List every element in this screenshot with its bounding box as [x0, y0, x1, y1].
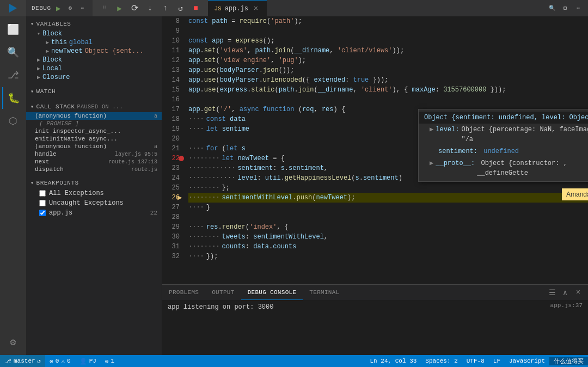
local-item[interactable]: ▶ Local: [26, 64, 162, 73]
editor-content[interactable]: 8 9 10 11 12 13 14 15 16 17 18 19 20 21 …: [162, 16, 588, 284]
warning-count: 0: [67, 358, 71, 364]
layout-icon[interactable]: ⊞: [561, 4, 569, 13]
tab-appjs[interactable]: JS app.js ×: [208, 0, 267, 16]
debug-settings-button[interactable]: ⚙: [66, 4, 75, 13]
watch-arrow: ▾: [30, 88, 34, 95]
status-user[interactable]: 👤 PJ: [75, 355, 101, 367]
debug-more-button[interactable]: ⋯: [78, 4, 87, 13]
stack-item-init[interactable]: init inspector_async_...: [26, 127, 162, 135]
restart-button[interactable]: ↺: [174, 2, 187, 15]
tab-terminal[interactable]: TERMINAL: [303, 285, 346, 300]
activity-debug[interactable]: 🐛: [2, 87, 24, 109]
activity-git[interactable]: ⎇: [2, 64, 24, 86]
breakpoints-header[interactable]: ▾ BREAKPOINTS: [26, 178, 162, 188]
step-into-button[interactable]: ↓: [144, 2, 157, 15]
debug-label: DEBUG: [32, 5, 51, 11]
ln-12: 12: [162, 56, 180, 65]
bp-appjs[interactable]: app.js 22: [26, 208, 162, 218]
newtweet-value: Object {sent...: [85, 47, 144, 55]
watch-label: WATCH: [36, 88, 56, 95]
status-language[interactable]: JavaScript: [505, 358, 549, 364]
block-item[interactable]: ▾ Block: [26, 29, 162, 38]
git-branch-icon: ⎇: [4, 358, 11, 365]
status-position[interactable]: Ln 24, Col 33: [366, 358, 421, 364]
stack-fn-init: init inspector_async_...: [35, 128, 121, 134]
git-sync-icon: ↺: [38, 358, 41, 365]
js-file-icon: JS: [215, 5, 222, 12]
status-line-ending[interactable]: LF: [489, 358, 505, 364]
git-branch-name: master: [14, 358, 35, 364]
bp-uncaught-checkbox[interactable]: [39, 200, 46, 206]
status-spaces[interactable]: Spaces: 2: [421, 358, 462, 364]
variables-section: ▾ VARIABLES ▾ Block ▶ this global ▶ newT…: [26, 16, 162, 84]
bp-uncaught[interactable]: Uncaught Exceptions: [26, 198, 162, 208]
activity-extensions[interactable]: ⬡: [2, 110, 24, 132]
status-git[interactable]: ⎇ master ↺: [0, 355, 45, 367]
code-line-27: ····}: [188, 203, 588, 212]
ln-16: 16: [162, 95, 180, 105]
newtweet-item[interactable]: ▶ newTweet Object {sent...: [26, 47, 162, 56]
this-key: this: [51, 39, 67, 46]
stack-item-emit[interactable]: emitInitNative async...: [26, 135, 162, 143]
ln-21: 21: [162, 144, 180, 154]
status-right: Ln 24, Col 33 Spaces: 2 UTF-8 LF JavaScr…: [366, 357, 588, 365]
panel-filter-icon[interactable]: ☰: [547, 287, 558, 298]
debug-play-button[interactable]: ▶: [54, 4, 63, 13]
continue-button[interactable]: ▶: [113, 2, 126, 15]
block2-arrow: ▶: [37, 57, 40, 63]
bp-all-exceptions[interactable]: All Exceptions: [26, 188, 162, 198]
error-icon: ⊗: [50, 358, 53, 365]
tooltip-val-3: Object {constructor: , __defineGette: [477, 158, 588, 178]
tab-close-button[interactable]: ×: [252, 4, 260, 13]
closure-item[interactable]: ▶ Closure: [26, 73, 162, 82]
callstack-arrow: ▾: [30, 103, 34, 110]
tab-output[interactable]: OUTPUT: [205, 285, 241, 300]
this-arrow: ▶: [46, 39, 49, 46]
tab-debug-console[interactable]: DEBUG CONSOLE: [241, 285, 303, 300]
stack-item-dispatch[interactable]: dispatch route.js: [26, 166, 162, 173]
amanda-tooltip: Amanda Silver: [562, 188, 588, 200]
ln-24: 24: [162, 173, 180, 183]
code-line-16: [188, 95, 588, 105]
variables-header[interactable]: ▾ VARIABLES: [26, 19, 162, 29]
status-errors[interactable]: ⊗ 0 ⚠ 0: [45, 355, 75, 367]
block2-label: Block: [42, 56, 62, 64]
ln-23: 23: [162, 163, 180, 173]
activity-search[interactable]: 🔍: [2, 41, 24, 63]
ln-10: 10: [162, 36, 180, 46]
callstack-header[interactable]: ▾ CALL STACK PAUSED ON ...: [26, 101, 162, 112]
stack-item-0[interactable]: (anonymous function) a: [26, 112, 162, 120]
watch-section: ▾ WATCH: [26, 84, 162, 99]
tooltip-val-1: Object {percentage: NaN, faceImage: "/a: [461, 125, 588, 144]
panel-up-icon[interactable]: ∧: [560, 287, 571, 298]
stack-item-next[interactable]: next route.js 137:13: [26, 158, 162, 166]
activity-bar: ⬜ 🔍 ⎇ 🐛 ⬡ ⚙: [0, 16, 26, 355]
step-out-button[interactable]: ↑: [159, 2, 172, 15]
bp-label: BREAKPOINTS: [36, 180, 79, 186]
block2-item[interactable]: ▶ Block: [26, 56, 162, 64]
stop-button[interactable]: ■: [189, 2, 203, 15]
this-item[interactable]: ▶ this global: [26, 38, 162, 47]
watch-header[interactable]: ▾ WATCH: [26, 86, 162, 97]
tab-problems[interactable]: PROBLEMS: [162, 285, 205, 300]
code-line-13: app.use(bodyParser.json());: [188, 65, 588, 75]
panel-tabs: PROBLEMS OUTPUT DEBUG CONSOLE TERMINAL ☰…: [162, 285, 588, 300]
more-icon[interactable]: ⋯: [574, 4, 583, 13]
bp-arrow: ▾: [30, 180, 34, 186]
callstack-label: CALL STACK: [36, 103, 75, 110]
status-extensions[interactable]: ⊕ 1: [101, 355, 119, 367]
tooltip-val-2: undefined: [480, 146, 519, 156]
tab-filename: app.js: [225, 5, 248, 13]
panel-close-icon[interactable]: ×: [573, 287, 584, 298]
spaces-text: Spaces: 2: [425, 358, 457, 364]
bp-appjs-checkbox[interactable]: [39, 210, 46, 216]
step-over-button[interactable]: ⟳: [128, 2, 142, 15]
status-encoding[interactable]: UTF-8: [462, 358, 489, 364]
stack-item-handle[interactable]: handle layer.js 95:5: [26, 150, 162, 158]
bp-all-checkbox[interactable]: [39, 190, 46, 197]
stack-item-anon[interactable]: (anonymous function) a: [26, 143, 162, 150]
activity-explorer[interactable]: ⬜: [2, 19, 24, 40]
activity-settings[interactable]: ⚙: [2, 331, 24, 353]
search-icon[interactable]: 🔍: [548, 4, 556, 13]
ln-29: 29: [162, 222, 180, 232]
